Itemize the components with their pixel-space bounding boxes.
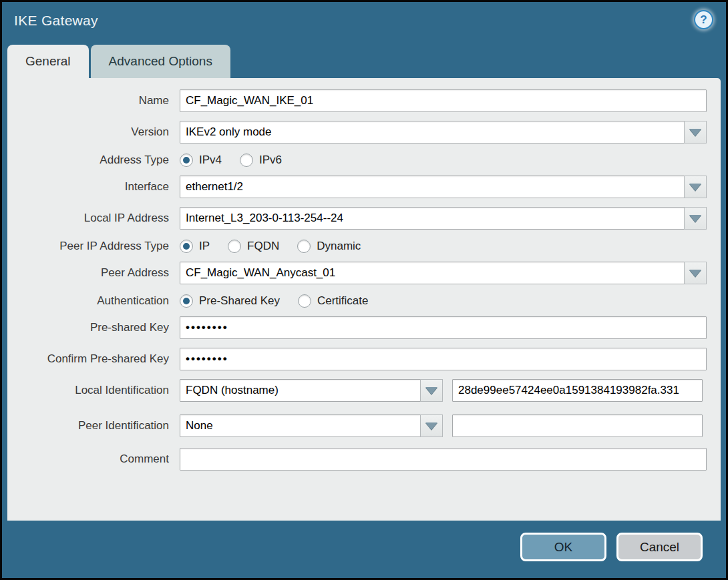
comment-input[interactable] xyxy=(180,448,707,471)
local-identification-value-input[interactable] xyxy=(452,379,703,402)
version-dropdown-button[interactable] xyxy=(684,121,707,143)
interface-dropdown-button[interactable] xyxy=(684,176,707,198)
confirm-pre-shared-key-row: Confirm Pre-shared Key xyxy=(7,348,721,370)
name-label: Name xyxy=(7,94,176,107)
chevron-down-icon xyxy=(689,215,701,222)
radio-unselected-icon[interactable] xyxy=(228,240,241,253)
radio-selected-icon[interactable] xyxy=(180,240,193,253)
peer-identification-value-input[interactable] xyxy=(452,414,703,437)
peer-ip-address-type-row: Peer IP Address Type IP FQDN Dynamic xyxy=(7,240,721,253)
address-type-label: Address Type xyxy=(7,154,176,167)
local-identification-row: Local Identification xyxy=(7,379,721,402)
auth-certificate-option[interactable]: Certificate xyxy=(298,294,369,308)
comment-row: Comment xyxy=(7,448,721,471)
version-label: Version xyxy=(7,125,176,139)
radio-unselected-icon[interactable] xyxy=(297,240,311,253)
radio-selected-icon[interactable] xyxy=(180,294,193,308)
cancel-button[interactable]: Cancel xyxy=(616,533,703,561)
local-ip-address-input[interactable] xyxy=(180,207,685,230)
peer-type-dynamic-option[interactable]: Dynamic xyxy=(297,240,361,253)
peer-type-ip-option-label: IP xyxy=(199,240,210,253)
titlebar: IKE Gateway ? xyxy=(2,2,726,45)
local-ip-address-dropdown-button[interactable] xyxy=(684,207,707,230)
footer: OK Cancel xyxy=(2,523,726,578)
tab-general[interactable]: General xyxy=(7,45,89,78)
comment-label: Comment xyxy=(7,453,176,466)
peer-type-dynamic-option-label: Dynamic xyxy=(317,240,361,253)
interface-input[interactable] xyxy=(180,176,685,198)
auth-pre-shared-key-option[interactable]: Pre-Shared Key xyxy=(180,294,280,308)
address-type-row: Address Type IPv4 IPv6 xyxy=(7,154,721,167)
chevron-down-icon xyxy=(689,270,701,277)
pre-shared-key-input[interactable] xyxy=(180,316,707,339)
interface-row: Interface xyxy=(7,176,721,198)
local-ip-address-label: Local IP Address xyxy=(7,212,176,225)
peer-identification-type-input[interactable] xyxy=(180,414,421,437)
radio-selected-icon[interactable] xyxy=(180,154,193,167)
help-icon[interactable]: ? xyxy=(694,10,713,29)
authentication-label: Authentication xyxy=(7,294,176,308)
address-type-ipv4-option[interactable]: IPv4 xyxy=(180,154,222,167)
pre-shared-key-label: Pre-shared Key xyxy=(7,321,176,334)
peer-address-label: Peer Address xyxy=(7,266,176,280)
confirm-pre-shared-key-input[interactable] xyxy=(180,348,707,370)
chevron-down-icon xyxy=(689,184,701,191)
chevron-down-icon xyxy=(689,129,701,136)
peer-address-row: Peer Address xyxy=(7,262,721,284)
peer-address-input[interactable] xyxy=(180,262,685,284)
chevron-down-icon xyxy=(425,422,437,430)
tab-advanced-options[interactable]: Advanced Options xyxy=(91,45,230,78)
version-row: Version xyxy=(7,121,721,143)
peer-type-fqdn-option-label: FQDN xyxy=(247,240,279,253)
local-identification-label: Local Identification xyxy=(7,384,176,397)
general-tab-panel: Name Version Address Type IPv4 xyxy=(7,78,721,521)
peer-identification-label: Peer Identification xyxy=(7,419,176,432)
version-input[interactable] xyxy=(180,121,685,143)
dialog-title: IKE Gateway xyxy=(14,13,98,29)
tab-bar: General Advanced Options xyxy=(7,45,232,78)
pre-shared-key-row: Pre-shared Key xyxy=(7,316,721,339)
radio-unselected-icon[interactable] xyxy=(240,154,253,167)
chevron-down-icon xyxy=(425,387,437,394)
peer-identification-dropdown-button[interactable] xyxy=(420,414,443,437)
peer-address-dropdown-button[interactable] xyxy=(684,262,707,284)
peer-identification-row: Peer Identification xyxy=(7,414,721,437)
local-ip-address-row: Local IP Address xyxy=(7,207,721,230)
interface-label: Interface xyxy=(7,180,176,194)
address-type-ipv6-option[interactable]: IPv6 xyxy=(240,154,282,167)
ok-button[interactable]: OK xyxy=(520,533,606,561)
address-type-ipv6-option-label: IPv6 xyxy=(259,154,282,167)
ike-gateway-dialog: IKE Gateway ? General Advanced Options N… xyxy=(0,0,728,580)
radio-unselected-icon[interactable] xyxy=(298,294,311,308)
local-identification-dropdown-button[interactable] xyxy=(420,379,443,402)
peer-type-ip-option[interactable]: IP xyxy=(180,240,210,253)
local-identification-type-input[interactable] xyxy=(180,379,421,402)
peer-ip-address-type-label: Peer IP Address Type xyxy=(7,240,176,253)
confirm-pre-shared-key-label: Confirm Pre-shared Key xyxy=(7,352,176,366)
name-input[interactable] xyxy=(180,89,707,112)
name-row: Name xyxy=(7,89,721,112)
auth-certificate-option-label: Certificate xyxy=(317,294,369,308)
peer-type-fqdn-option[interactable]: FQDN xyxy=(228,240,279,253)
address-type-ipv4-option-label: IPv4 xyxy=(199,154,222,167)
auth-pre-shared-key-option-label: Pre-Shared Key xyxy=(199,294,280,308)
authentication-row: Authentication Pre-Shared Key Certificat… xyxy=(7,294,721,308)
